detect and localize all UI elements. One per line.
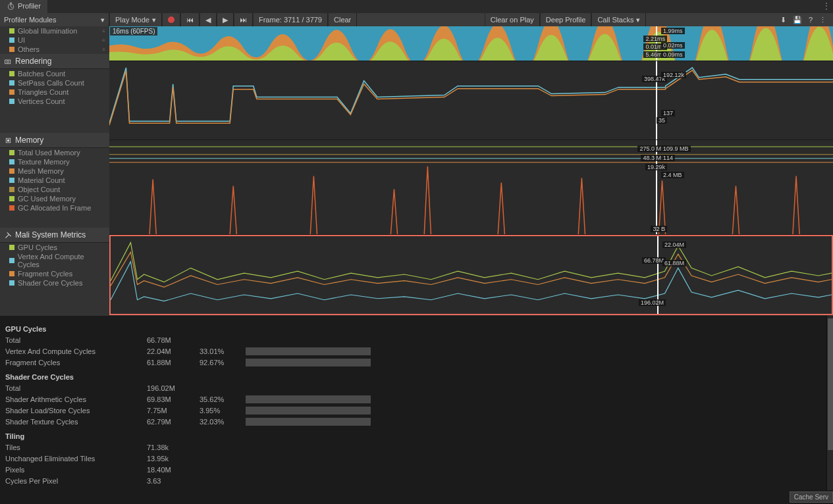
row-value: 3.63	[147, 477, 200, 485]
detail-row: Tiles71.38k	[5, 441, 828, 453]
playhead[interactable]	[656, 61, 657, 139]
context-menu-icon[interactable]: ⋮	[819, 16, 826, 24]
row-value: 69.83M	[147, 395, 200, 403]
clear-on-play-toggle[interactable]: Clear on Play	[485, 13, 540, 26]
legend-label: Others	[18, 45, 40, 53]
svg-point-3	[7, 61, 9, 63]
detail-row: Cycles Per Pixel3.63	[5, 475, 828, 486]
prev-frame-button[interactable]: ⏮	[180, 13, 200, 26]
detail-row: Total196.02M	[5, 382, 828, 393]
legend-item[interactable]: Vertices Count	[0, 97, 109, 106]
next-frame-button[interactable]: ⏭	[234, 13, 253, 26]
legend-item[interactable]: Texture Memory	[0, 157, 109, 166]
save-icon[interactable]: 💾	[793, 16, 802, 24]
deep-profile-toggle[interactable]: Deep Profile	[540, 13, 592, 26]
swatch-icon	[9, 187, 14, 192]
camera-icon	[4, 57, 13, 66]
row-value: 71.38k	[147, 443, 200, 451]
help-icon[interactable]: ?	[809, 16, 813, 24]
legend-item[interactable]: Fragment Cycles	[0, 269, 109, 278]
legend-label: Triangles Count	[18, 88, 68, 96]
value-label: 109.9 MB	[661, 145, 691, 152]
chart-mali[interactable]: 66.78M 196.02M 22.04M 61.88M	[109, 235, 833, 315]
chevron-down-icon: ▾	[152, 16, 156, 24]
play-mode-dropdown[interactable]: Play Mode ▾	[109, 13, 162, 26]
swatch-icon	[9, 258, 14, 263]
chevron-down-icon: ▾	[636, 16, 640, 24]
frame-label: Frame: 3711 / 3779	[259, 16, 322, 24]
legend-item[interactable]: Shader Core Cycles	[0, 278, 109, 288]
drag-handle-icon[interactable]: ≡	[102, 38, 105, 43]
module-header[interactable]: Rendering	[0, 54, 109, 69]
swatch-icon	[9, 99, 14, 104]
value-label: 0.02ms	[661, 42, 685, 49]
cache-server-button[interactable]: Cache Serv	[790, 491, 833, 503]
module-title: Mali System Metrics	[15, 230, 86, 239]
detail-row: Vertex And Compute Cycles22.04M33.01%	[5, 345, 828, 357]
swatch-icon	[9, 38, 14, 43]
section-title: Tiling	[5, 432, 828, 440]
tab-label: Profiler	[18, 2, 41, 10]
legend-item[interactable]: Global Illumination≡	[0, 26, 109, 36]
profiler-modules-dropdown[interactable]: Profiler Modules ▾	[0, 13, 109, 26]
row-value: 22.04M	[147, 347, 200, 355]
step-back-button[interactable]: ◀	[200, 13, 217, 26]
drag-handle-icon[interactable]: ≡	[102, 47, 105, 53]
row-name: Fragment Cycles	[5, 359, 147, 366]
stopwatch-icon	[7, 2, 15, 11]
module-header[interactable]: Memory	[0, 133, 109, 148]
legend-item[interactable]: Others≡	[0, 45, 109, 54]
load-icon[interactable]: ⬇	[780, 16, 786, 24]
chart-memory[interactable]: 275.0 MB 48.3 MB 19.29k 32 B 109.9 MB 11…	[109, 140, 833, 235]
legend-item[interactable]: Triangles Count	[0, 88, 109, 97]
legend-item[interactable]: Object Count	[0, 185, 109, 194]
profiler-modules-label: Profiler Modules	[4, 16, 56, 24]
legend-item[interactable]: Vertex And Compute Cycles	[0, 252, 109, 269]
swatch-icon	[9, 271, 14, 276]
row-name: Cycles Per Pixel	[5, 477, 147, 485]
chart-area[interactable]: 16ms (60FPS) 2.21ms 0.01ms 5.46ms 1.99ms…	[109, 26, 833, 316]
detail-row: Total66.78M	[5, 334, 828, 345]
legend-item[interactable]: GC Used Memory	[0, 194, 109, 203]
window-menu-icon[interactable]: ⋮	[822, 1, 830, 11]
swatch-icon	[9, 47, 14, 52]
legend-item[interactable]: Total Used Memory	[0, 148, 109, 157]
call-stacks-dropdown[interactable]: Call Stacks▾	[591, 13, 646, 26]
legend-item[interactable]: UI≡	[0, 36, 109, 45]
tab-profiler[interactable]: Profiler	[0, 0, 47, 13]
row-name: Unchanged Eliminated Tiles	[5, 455, 147, 463]
section-title: Shader Core Cycles	[5, 373, 828, 381]
chart-rendering[interactable]: 398.47k 35 192.12k 137	[109, 61, 833, 140]
skip-forward-icon: ⏭	[240, 16, 247, 24]
toolbar: Profiler Modules ▾ Play Mode ▾ ⏮ ◀ ▶ ⏭ F…	[0, 13, 833, 26]
module-header[interactable]: Mali System Metrics	[0, 228, 109, 243]
swatch-icon	[9, 150, 14, 155]
chart-cpu[interactable]: 16ms (60FPS) 2.21ms 0.01ms 5.46ms 1.99ms…	[109, 26, 833, 61]
details-panel: GPU CyclesTotal66.78MVertex And Compute …	[0, 316, 833, 490]
legend-label: Fragment Cycles	[18, 270, 72, 278]
scroll-thumb[interactable]	[828, 318, 833, 450]
step-forward-button[interactable]: ▶	[217, 13, 234, 26]
swatch-icon	[9, 280, 14, 286]
row-name: Tiles	[5, 443, 147, 451]
drag-handle-icon[interactable]: ≡	[102, 28, 105, 34]
record-button[interactable]	[162, 13, 180, 26]
legend-item[interactable]: GC Allocated In Frame	[0, 203, 109, 213]
legend-item[interactable]: Mesh Memory	[0, 166, 109, 176]
legend-item[interactable]: Material Count	[0, 176, 109, 185]
detail-row: Shader Load/Store Cycles7.75M3.95%	[5, 405, 828, 416]
row-percent: 32.03%	[200, 418, 246, 426]
legend-item[interactable]: SetPass Calls Count	[0, 78, 109, 88]
legend-item[interactable]: Batches Count	[0, 69, 109, 78]
row-value: 62.79M	[147, 418, 200, 426]
detail-row: Shader Texture Cycles62.79M32.03%	[5, 416, 828, 427]
row-name: Vertex And Compute Cycles	[5, 347, 147, 355]
value-label: 35	[657, 117, 667, 124]
clear-button[interactable]: Clear	[328, 13, 357, 26]
row-name: Pixels	[5, 466, 147, 474]
row-name: Total	[5, 384, 147, 392]
row-bar	[246, 359, 371, 366]
legend-item[interactable]: GPU Cycles	[0, 243, 109, 252]
scrollbar[interactable]	[826, 316, 833, 490]
row-value: 13.95k	[147, 455, 200, 463]
